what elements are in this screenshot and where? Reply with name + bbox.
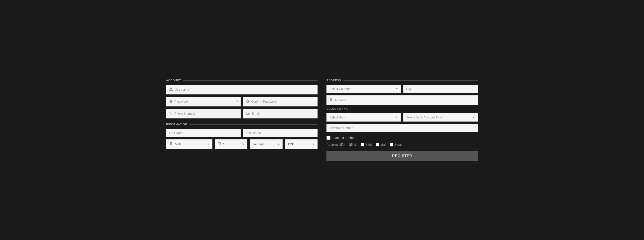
username-group [166,85,318,95]
offer-mail: Mail [376,143,386,146]
phone-icon [169,111,172,116]
phone-input[interactable] [174,112,238,115]
password-wrapper: ? [166,97,241,107]
offer-sms: SMS [361,143,372,146]
confirm-password-wrapper [243,97,318,107]
account-section-title: ACCOUNT [166,79,318,82]
phone-wrapper [166,109,241,119]
account-number-input[interactable] [329,126,475,130]
offer-all-checkbox[interactable] [349,143,352,146]
offer-all: All [349,143,357,146]
month-select[interactable]: JanuaryFebruaryMarchApril MayJuneJulyAug… [252,142,277,146]
phone-email-row: @ [166,109,318,119]
gender-chevron-icon: ▼ [207,143,210,146]
year-select[interactable]: 1990199119921989 1988198719861985 198019… [288,142,312,146]
lastname-input[interactable] [246,131,315,135]
account-type-chevron-icon: ▼ [472,116,475,119]
day-wrapper: 12345 678910 1112131415 1617181920 21222… [215,139,248,149]
address-input[interactable] [335,99,475,102]
city-wrapper [403,85,478,93]
offer-all-label: All [354,143,357,146]
email-input[interactable] [252,112,315,115]
robot-check: I am not a robot [326,136,478,140]
right-panel: ADDRESS Select Country United States Uni… [326,79,478,161]
offer-sms-checkbox[interactable] [361,143,364,146]
robot-label: I am not a robot [333,136,354,139]
gender-date-row: Male Female Other ▼ 12345 678910 1112131… [166,139,318,149]
offer-mail-label: Mail [380,143,386,146]
calendar-icon [218,142,221,146]
city-input[interactable] [406,87,475,91]
gender-icon [169,142,173,147]
bank-select[interactable]: Select Bank Bank A Bank B Bank C [329,116,396,119]
password-row: ? [166,97,318,107]
firstname-input[interactable] [169,131,238,135]
day-select[interactable]: 12345 678910 1112131415 1617181920 21222… [223,142,242,146]
left-panel: ACCOUNT ? [166,79,318,161]
lastname-wrapper [243,129,318,137]
day-chevron-icon: ▼ [242,143,244,146]
country-chevron-icon: ▼ [396,87,398,91]
address-full-wrapper [326,95,478,105]
register-button[interactable]: Register [326,151,478,161]
bank-select-wrapper: Select Bank Bank A Bank B Bank C ▼ [326,113,401,121]
account-number-wrapper [326,124,478,132]
name-row [166,129,318,137]
month-chevron-icon: ▼ [277,143,280,146]
help-icon[interactable]: ? [236,100,238,103]
location-icon [329,98,333,103]
firstname-wrapper [166,129,241,137]
information-section-title: INFORMATION [166,123,318,126]
offer-sms-label: SMS [366,143,372,146]
gender-wrapper: Male Female Other ▼ [166,139,212,149]
form-container: ACCOUNT ? [166,79,478,161]
year-wrapper: 1990199119921989 1988198719861985 198019… [285,139,318,149]
email-wrapper: @ [243,109,318,119]
account-type-wrapper: Select Bank Account Type Checking Saving… [403,113,478,121]
username-input[interactable] [175,88,315,91]
robot-checkbox[interactable] [326,136,330,140]
offer-label: Receive Offer [326,143,346,146]
month-wrapper: JanuaryFebruaryMarchApril MayJuneJulyAug… [250,139,282,149]
lock-confirm-icon [246,99,250,104]
select-bank-section-title: SELECT BANK [326,107,478,111]
offer-email-label: Email [394,143,402,146]
country-city-row: Select Country United States United King… [326,85,478,93]
bank-chevron-icon: ▼ [396,116,398,119]
account-type-select[interactable]: Select Bank Account Type Checking Saving… [406,116,472,119]
offer-row: Receive Offer All SMS Mail Email [326,143,478,146]
confirm-password-input[interactable] [251,100,315,103]
country-wrapper: Select Country United States United King… [326,85,401,93]
username-wrapper [166,85,318,95]
address-section-title: ADDRESS [326,79,478,82]
country-select[interactable]: Select Country United States United King… [329,87,396,91]
gender-select[interactable]: Male Female Other [175,142,207,146]
password-input[interactable] [174,100,234,103]
bank-row: Select Bank Bank A Bank B Bank C ▼ Selec… [326,113,478,121]
offer-email-checkbox[interactable] [390,143,393,146]
offer-email: Email [390,143,402,146]
user-icon [169,87,173,92]
lock-icon [169,99,172,104]
information-section: INFORMATION Male Fe [166,123,318,149]
offer-mail-checkbox[interactable] [376,143,379,146]
at-icon: @ [246,111,250,116]
year-chevron-icon: ▼ [312,143,315,146]
